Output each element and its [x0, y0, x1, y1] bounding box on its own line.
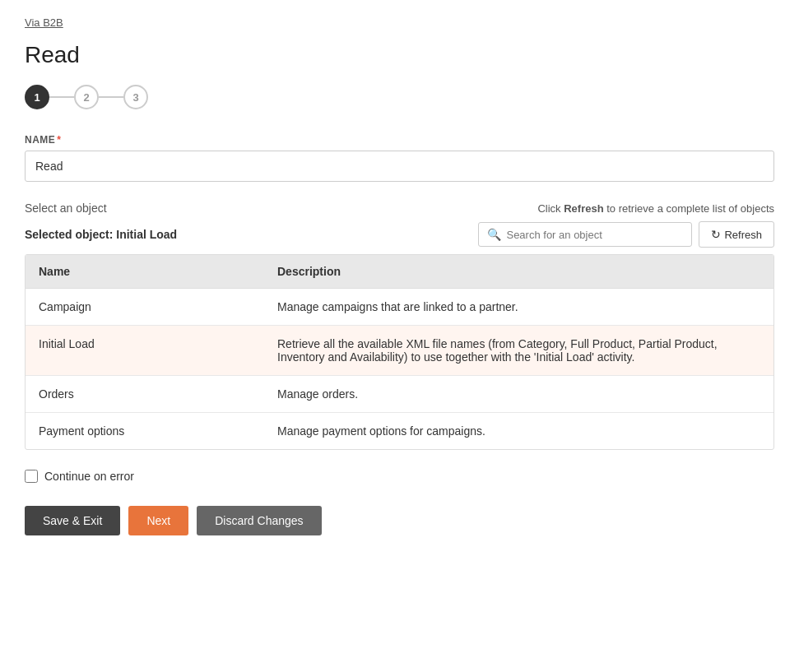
name-label: NAME* — [25, 134, 774, 146]
refresh-button[interactable]: ↻ Refresh — [699, 221, 774, 248]
search-box: 🔍 — [478, 222, 692, 247]
table-row[interactable]: Payment options Manage payment options f… — [26, 413, 773, 450]
col-description: Description — [264, 255, 773, 289]
name-input[interactable] — [25, 151, 774, 182]
step-3: 3 — [123, 85, 148, 109]
step-2: 2 — [74, 85, 99, 109]
step-1: 1 — [25, 85, 49, 109]
table-body: Campaign Manage campaigns that are linke… — [26, 289, 773, 450]
name-field-section: NAME* — [25, 134, 774, 182]
row-description: Manage campaigns that are linked to a pa… — [264, 289, 773, 326]
table-row[interactable]: Orders Manage orders. — [26, 376, 773, 413]
search-icon: 🔍 — [487, 228, 501, 241]
refresh-icon: ↻ — [711, 228, 721, 241]
discard-changes-button[interactable]: Discard Changes — [197, 506, 321, 535]
continue-on-error-label[interactable]: Continue on error — [44, 470, 134, 483]
row-name: Payment options — [26, 413, 264, 450]
row-description: Manage payment options for campaigns. — [264, 413, 773, 450]
row-description: Retrieve all the available XML file name… — [264, 326, 773, 376]
col-name: Name — [26, 255, 264, 289]
select-object-label: Select an object — [25, 202, 107, 215]
continue-on-error-checkbox[interactable] — [25, 470, 38, 483]
object-section-header: Select an object Click Refresh to retrie… — [25, 202, 774, 215]
step-connector-2 — [99, 96, 123, 98]
breadcrumb: Via B2B — [25, 16, 774, 29]
row-name: Initial Load — [26, 326, 264, 376]
next-button[interactable]: Next — [128, 506, 188, 535]
click-refresh-hint: Click Refresh to retrieve a complete lis… — [537, 202, 774, 215]
object-table: Name Description Campaign Manage campaig… — [26, 255, 773, 449]
row-name: Campaign — [26, 289, 264, 326]
row-description: Manage orders. — [264, 376, 773, 413]
footer-buttons: Save & Exit Next Discard Changes — [25, 506, 774, 535]
selected-object-label: Selected object: Initial Load — [25, 228, 177, 241]
table-row[interactable]: Initial Load Retrieve all the available … — [26, 326, 773, 376]
object-table-container: Name Description Campaign Manage campaig… — [25, 254, 774, 450]
table-row[interactable]: Campaign Manage campaigns that are linke… — [26, 289, 773, 326]
page-title: Read — [25, 42, 774, 68]
continue-on-error-row: Continue on error — [25, 470, 774, 483]
breadcrumb-link[interactable]: Via B2B — [25, 16, 63, 29]
step-connector-1 — [49, 96, 74, 98]
object-controls: Selected object: Initial Load 🔍 ↻ Refres… — [25, 221, 774, 248]
table-wrapper: Name Description Campaign Manage campaig… — [26, 255, 773, 449]
row-name: Orders — [26, 376, 264, 413]
table-header: Name Description — [26, 255, 773, 289]
search-input[interactable] — [506, 229, 683, 241]
save-exit-button[interactable]: Save & Exit — [25, 506, 120, 535]
search-refresh-group: 🔍 ↻ Refresh — [478, 221, 774, 248]
stepper: 1 2 3 — [25, 85, 774, 109]
